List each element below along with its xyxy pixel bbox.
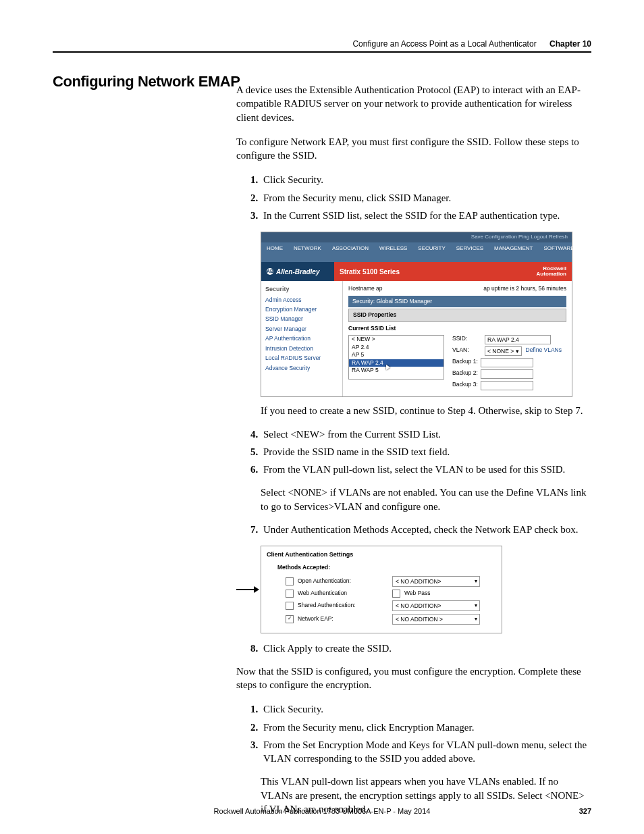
network-eap-label: Network EAP: bbox=[298, 615, 392, 623]
methods-accepted-label: Methods Accepted: bbox=[277, 564, 496, 571]
nav-ap-authentication[interactable]: AP Authentication bbox=[265, 335, 338, 342]
row-network-eap: ✓ Network EAP: < NO ADDITION > bbox=[286, 614, 496, 625]
steps-list-d: Click Apply to create the SSID. bbox=[236, 642, 591, 655]
intro-para-1: A device uses the Extensible Authenticat… bbox=[236, 83, 591, 124]
brand-series-bar: Stratix 5100 Series Rockwell Automation bbox=[334, 262, 572, 281]
step-1: Click Security. bbox=[261, 173, 591, 186]
web-auth-checkbox[interactable] bbox=[286, 590, 294, 598]
step-7: Under Authentication Methods Accepted, c… bbox=[261, 523, 591, 536]
web-auth-label: Web Authentication bbox=[298, 590, 392, 597]
ssid-item-1[interactable]: AP 2.4 bbox=[349, 344, 444, 351]
step-8: Click Apply to create the SSID. bbox=[261, 642, 591, 655]
running-head-text: Configure an Access Point as a Local Aut… bbox=[352, 39, 536, 49]
tab-network[interactable]: NETWORK bbox=[288, 242, 327, 263]
step-3: In the Current SSID list, select the SSI… bbox=[261, 209, 591, 222]
after-step6-note: Select <NONE> if VLANs are not enabled. … bbox=[261, 486, 591, 513]
ssid-manager-screenshot: Save Configuration Ping Logout Refresh H… bbox=[261, 232, 572, 397]
steps-list-c: Under Authentication Methods Accepted, c… bbox=[236, 523, 591, 536]
shared-auth-checkbox[interactable] bbox=[286, 602, 294, 610]
backup2-input[interactable] bbox=[481, 369, 533, 379]
ssid-item-new[interactable]: < NEW > bbox=[349, 336, 444, 343]
auth-settings-heading: Client Authentication Settings bbox=[267, 550, 496, 558]
tab-association[interactable]: ASSOCIATION bbox=[327, 242, 374, 263]
ssid-item-2[interactable]: AP 5 bbox=[349, 351, 444, 359]
ssid-item-4[interactable]: RA WAP 5 bbox=[349, 367, 444, 374]
steps-list-e: Click Security. From the Security menu, … bbox=[236, 702, 591, 765]
backup3-label: Backup 3: bbox=[452, 381, 478, 390]
step-2: From the Security menu, click SSID Manag… bbox=[261, 191, 591, 205]
brand-ab-text: Allen-Bradley bbox=[276, 267, 319, 277]
intro-para-2: To configure Network EAP, you must first… bbox=[236, 135, 591, 163]
ssid-list-label: Current SSID List bbox=[348, 325, 566, 332]
open-auth-label: Open Authentication: bbox=[298, 577, 392, 585]
nav-admin-access[interactable]: Admin Access bbox=[265, 296, 338, 304]
nav-tabs: HOME NETWORK ASSOCIATION WIRELESS SECURI… bbox=[261, 242, 572, 263]
ssid-input[interactable]: RA WAP 2.4 bbox=[485, 335, 551, 344]
brand-allen-bradley: AB Allen-Bradley bbox=[261, 262, 334, 281]
encryption-intro: Now that the SSID is configured, you mus… bbox=[236, 664, 591, 692]
vlan-dropdown[interactable]: < NONE > ▾ bbox=[485, 346, 522, 356]
backup3-input[interactable] bbox=[481, 381, 533, 390]
network-eap-dropdown[interactable]: < NO ADDITION > bbox=[392, 614, 480, 625]
enc-step-1: Click Security. bbox=[261, 702, 591, 716]
backup1-label: Backup 1: bbox=[452, 358, 478, 367]
callout-arrow-icon bbox=[236, 585, 261, 594]
web-pass-checkbox[interactable] bbox=[392, 590, 400, 598]
enc-step-2: From the Security menu, click Encryption… bbox=[261, 721, 591, 734]
section-heading: Configuring Network EMAP bbox=[53, 73, 240, 90]
uptime-text: ap uptime is 2 hours, 56 minutes bbox=[483, 285, 566, 292]
network-eap-checkbox[interactable]: ✓ bbox=[286, 615, 294, 623]
screenshot-body: Security Admin Access Encryption Manager… bbox=[261, 281, 572, 396]
publication-id: Rockwell Automation Publication 1783-UM0… bbox=[53, 807, 591, 815]
left-nav: Security Admin Access Encryption Manager… bbox=[261, 281, 343, 396]
hostname-label: Hostname ap bbox=[348, 285, 383, 292]
shared-auth-label: Shared Authentication: bbox=[298, 602, 392, 609]
open-auth-dropdown[interactable]: < NO ADDITION> bbox=[392, 576, 480, 587]
tab-security[interactable]: SECURITY bbox=[412, 242, 450, 263]
step-6: From the VLAN pull-down list, select the… bbox=[261, 463, 591, 476]
shared-auth-dropdown[interactable]: < NO ADDITION> bbox=[392, 600, 480, 611]
define-vlans-link[interactable]: Define VLANs bbox=[526, 346, 562, 356]
brand-rockwell-l2: Automation bbox=[537, 271, 566, 277]
tab-services[interactable]: SERVICES bbox=[451, 242, 489, 263]
header-rule bbox=[53, 51, 591, 53]
auth-methods-screenshot: Client Authentication Settings Methods A… bbox=[261, 546, 502, 633]
steps-list-b: Select <NEW> from the Current SSID List.… bbox=[236, 427, 591, 477]
running-head: Configure an Access Point as a Local Aut… bbox=[352, 39, 591, 49]
tab-eventlog[interactable]: EVENT LOG bbox=[579, 242, 608, 263]
step-4: Select <NEW> from the Current SSID List. bbox=[261, 427, 591, 441]
steps-list-a: Click Security. From the Security menu, … bbox=[236, 173, 591, 222]
ssid-item-selected[interactable]: RA WAP 2.4 bbox=[349, 359, 444, 367]
open-auth-checkbox[interactable] bbox=[286, 577, 294, 585]
backup2-label: Backup 2: bbox=[452, 369, 478, 379]
nav-ssid-manager[interactable]: SSID Manager bbox=[265, 315, 338, 323]
main-panel: Hostname ap ap uptime is 2 hours, 56 min… bbox=[343, 281, 572, 396]
tab-home[interactable]: HOME bbox=[261, 242, 288, 263]
body-column: A device uses the Extensible Authenticat… bbox=[236, 73, 591, 825]
chapter-label: Chapter 10 bbox=[549, 39, 591, 49]
after-step3-note: If you need to create a new SSID, contin… bbox=[261, 404, 591, 417]
nav-intrusion-detection[interactable]: Intrusion Detection bbox=[265, 345, 338, 353]
panel-subtitle-bar: SSID Properties bbox=[348, 309, 566, 321]
ssid-columns: < NEW > AP 2.4 AP 5 RA WAP 2.4 RA WAP 5 … bbox=[348, 335, 566, 392]
brand-badge-icon: AB bbox=[267, 268, 273, 275]
tab-software[interactable]: SOFTWARE bbox=[538, 242, 579, 263]
current-ssid-listbox[interactable]: < NEW > AP 2.4 AP 5 RA WAP 2.4 RA WAP 5 bbox=[348, 335, 444, 380]
nav-server-manager[interactable]: Server Manager bbox=[265, 325, 338, 333]
left-nav-heading: Security bbox=[265, 285, 338, 293]
nav-encryption-manager[interactable]: Encryption Manager bbox=[265, 306, 338, 313]
tab-management[interactable]: MANAGEMENT bbox=[489, 242, 538, 263]
ssid-item-selected-text: RA WAP 2.4 bbox=[352, 359, 383, 366]
nav-advance-security[interactable]: Advance Security bbox=[265, 365, 338, 372]
tab-wireless[interactable]: WIRELESS bbox=[374, 242, 412, 263]
nav-local-radius[interactable]: Local RADIUS Server bbox=[265, 355, 338, 362]
row-web-auth: Web Authentication Web Pass bbox=[286, 590, 496, 598]
panel-title-bar: Security: Global SSID Manager bbox=[348, 296, 566, 307]
ssid-field-label: SSID: bbox=[452, 335, 485, 344]
top-utility-bar: Save Configuration Ping Logout Refresh bbox=[261, 232, 572, 242]
backup1-input[interactable] bbox=[481, 358, 533, 367]
auth-methods-figure: Client Authentication Settings Methods A… bbox=[236, 546, 591, 633]
web-pass-label: Web Pass bbox=[404, 590, 431, 597]
svg-marker-1 bbox=[254, 586, 259, 593]
brand-rockwell: Rockwell Automation bbox=[537, 266, 566, 277]
